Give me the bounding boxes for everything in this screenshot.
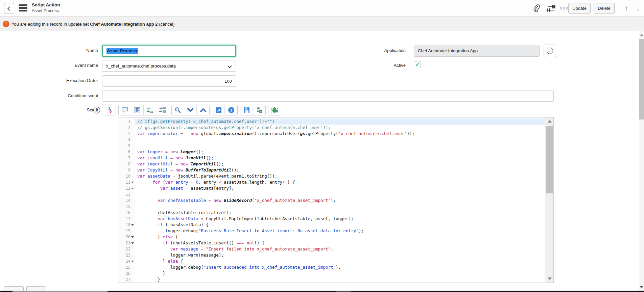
attachment-icon[interactable] bbox=[532, 4, 541, 13]
comment-icon[interactable] bbox=[119, 105, 131, 115]
more-options-icon[interactable] bbox=[559, 6, 569, 10]
code-line[interactable]: 2// gs.getSession().impersonate(gs.getPr… bbox=[118, 125, 553, 131]
code-text bbox=[135, 143, 553, 149]
application-field-readonly: Chef Automate Integration App bbox=[414, 45, 540, 57]
code-line[interactable]: 5 bbox=[118, 143, 553, 149]
code-line[interactable]: 24 } else { bbox=[118, 258, 553, 264]
editor-scroll-down-icon[interactable] bbox=[548, 277, 552, 280]
code-editor-lines: 1// if(gs.getProperty('x_chef_automate.c… bbox=[118, 118, 553, 283]
code-text: var assetData = jsonUtil.parse(event.par… bbox=[135, 173, 553, 179]
line-number: 14 bbox=[118, 198, 130, 203]
code-line[interactable]: 10var assetData = jsonUtil.parse(event.p… bbox=[118, 173, 553, 179]
code-text: if (chefAssetsTable.insert() === null) { bbox=[135, 240, 553, 246]
page-scroll-up-icon[interactable] bbox=[640, 34, 643, 36]
syntax-check-icon[interactable] bbox=[253, 105, 265, 115]
code-line[interactable]: 11 for (var entry = 0; entry < assetData… bbox=[118, 179, 553, 185]
editor-scroll-up-icon[interactable] bbox=[548, 120, 552, 123]
code-text bbox=[135, 137, 553, 143]
svg-text:?: ? bbox=[230, 108, 232, 113]
fold-arrow-icon[interactable] bbox=[131, 188, 134, 189]
code-line[interactable]: 17 var hasAssetData = CopyUtil.MapToImpo… bbox=[118, 216, 553, 222]
code-line[interactable]: 18 if (!hasAssetData) { bbox=[118, 222, 553, 228]
code-line[interactable]: 26 } bbox=[118, 270, 553, 276]
page-scroll-down-icon[interactable] bbox=[640, 286, 643, 288]
open-in-new-window-icon[interactable] bbox=[212, 105, 225, 115]
previous-record-icon[interactable]: ↑ bbox=[625, 3, 629, 13]
replace-all-icon[interactable]: ab bbox=[156, 105, 169, 115]
code-line[interactable]: 4 bbox=[118, 137, 553, 143]
fold-arrow-icon[interactable] bbox=[131, 242, 134, 244]
debug-icon[interactable] bbox=[268, 105, 281, 115]
code-line[interactable]: 12 var asset = assetData[entry]; bbox=[118, 185, 553, 191]
update-set-banner: ! You are editing this record in update … bbox=[0, 17, 644, 31]
fold-arrow-icon[interactable] bbox=[131, 236, 134, 238]
application-info-button[interactable]: i bbox=[544, 45, 556, 57]
code-text: for (var entry = 0; entry < assetData.le… bbox=[135, 179, 553, 185]
editor-scrollbar-thumb[interactable] bbox=[546, 126, 553, 193]
code-line[interactable]: 6var logger = new Logger(); bbox=[118, 149, 553, 155]
code-text: var CopyUtil = new BufferToImportUtil(); bbox=[135, 167, 553, 173]
replace-icon[interactable]: ab ac bbox=[144, 105, 156, 115]
warning-icon: ! bbox=[3, 21, 9, 27]
code-line[interactable]: 16 chefAssetsTable.initialize(); bbox=[118, 210, 553, 216]
event-name-select[interactable]: x_chef_automate.chef.process.data bbox=[102, 60, 236, 72]
next-record-icon[interactable]: ↓ bbox=[636, 3, 640, 13]
line-number: 17 bbox=[118, 216, 130, 221]
fold-arrow-icon[interactable] bbox=[131, 261, 134, 262]
active-checkbox[interactable]: ✓ bbox=[414, 61, 421, 68]
personalize-form-icon[interactable] bbox=[547, 4, 555, 13]
update-button[interactable]: Update bbox=[568, 3, 591, 14]
syntax-highlight-toggle-icon[interactable] bbox=[103, 105, 116, 115]
code-line[interactable]: 9var CopyUtil = new BufferToImportUtil()… bbox=[118, 167, 553, 173]
application-value: Chef Automate Integration App bbox=[418, 48, 478, 53]
condition-script-input[interactable] bbox=[102, 90, 554, 102]
execution-order-label: Execution Order bbox=[0, 78, 98, 83]
code-text: } bbox=[135, 270, 553, 276]
page-scrollbar-thumb[interactable] bbox=[639, 39, 644, 120]
editor-help-icon[interactable]: ? bbox=[225, 105, 237, 115]
script-action-form-page: Script Action Asset Process Update Delet… bbox=[0, 0, 644, 292]
code-line[interactable]: 7var jsonUtil = new JsonUtil(); bbox=[118, 155, 553, 161]
code-line[interactable]: 20 } else { bbox=[118, 234, 553, 240]
banner-cancel-link[interactable]: (cancel) bbox=[158, 22, 175, 27]
help-icon[interactable]: ? bbox=[93, 107, 100, 113]
code-line[interactable]: 13 bbox=[118, 191, 553, 197]
code-text: } else { bbox=[135, 258, 553, 264]
search-icon[interactable] bbox=[172, 105, 184, 115]
code-text: if (!hasAssetData) { bbox=[135, 222, 553, 228]
code-line[interactable]: 21 if (chefAssetsTable.insert() === null… bbox=[118, 240, 553, 246]
code-text: logger.warn(message); bbox=[135, 252, 553, 258]
code-line[interactable]: 19 logger.debug("Business Rule Insert to… bbox=[118, 228, 553, 234]
find-next-icon[interactable] bbox=[184, 105, 197, 115]
code-line[interactable]: 1// if(gs.getProperty('x_chef_automate.c… bbox=[118, 118, 553, 125]
editor-scrollbar[interactable] bbox=[545, 117, 553, 283]
find-previous-icon[interactable] bbox=[197, 105, 209, 115]
line-number: 5 bbox=[118, 143, 130, 148]
code-line[interactable]: 27 } bbox=[118, 276, 553, 283]
code-line[interactable]: 14 var chefAssetsTable = new GlideRecord… bbox=[118, 197, 553, 204]
code-line[interactable]: 22 var message = "Insert failed into x_c… bbox=[118, 246, 553, 252]
back-button[interactable] bbox=[4, 3, 14, 14]
save-icon[interactable] bbox=[240, 105, 253, 115]
fold-arrow-icon[interactable] bbox=[131, 224, 134, 226]
line-number: 16 bbox=[118, 210, 130, 215]
code-line[interactable]: 23 logger.warn(message); bbox=[118, 252, 553, 258]
form-context-menu-icon[interactable] bbox=[19, 4, 28, 12]
script-label: Script bbox=[0, 107, 98, 112]
code-line[interactable]: 15 bbox=[118, 204, 553, 210]
delete-button[interactable]: Delete bbox=[594, 3, 615, 14]
banner-update-set-name: Chef Automate Integration app 2 bbox=[90, 22, 158, 27]
format-code-icon[interactable] bbox=[131, 105, 144, 115]
script-code-editor[interactable]: 1// if(gs.getProperty('x_chef_automate.c… bbox=[118, 117, 554, 283]
execution-order-input[interactable]: 100 bbox=[102, 75, 236, 87]
svg-text:ab: ab bbox=[159, 107, 163, 110]
code-line[interactable]: 25 logger.debug("Insert succeeded into x… bbox=[118, 264, 553, 270]
code-line[interactable]: 3var impersonator = new global.impersina… bbox=[118, 131, 553, 137]
fold-arrow-icon[interactable] bbox=[131, 182, 134, 183]
code-line[interactable]: 8var importUtil = new ImportUtil(); bbox=[118, 161, 553, 167]
line-number: 11 bbox=[118, 180, 130, 185]
page-scrollbar[interactable] bbox=[639, 31, 644, 291]
name-input[interactable]: Asset Process bbox=[102, 45, 236, 57]
line-number: 3 bbox=[118, 131, 130, 136]
code-text: var asset = assetData[entry]; bbox=[135, 185, 553, 191]
